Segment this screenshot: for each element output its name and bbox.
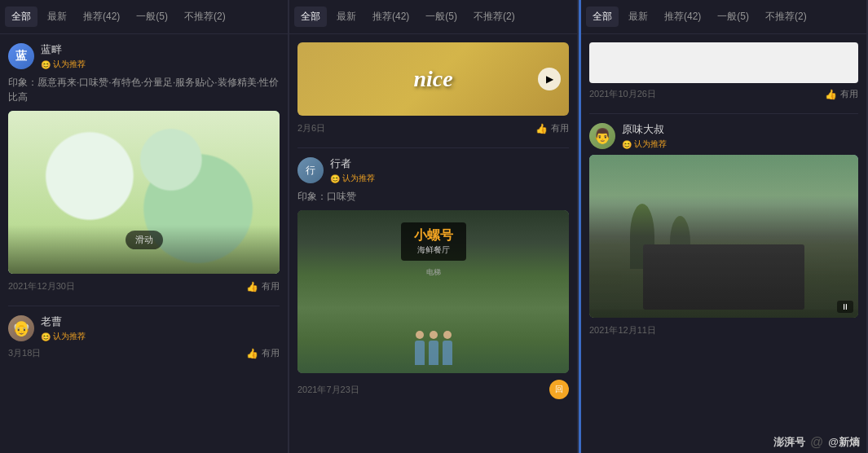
reply-btn-2-2[interactable]: 回 [549,380,569,399]
tab-all-1[interactable]: 全部 [5,7,37,27]
white-rect-img [589,42,858,83]
tab-bar-3: 全部 最新 推荐(42) 一般(5) 不推荐(2) [581,0,866,34]
panel-3: 全部 最新 推荐(42) 一般(5) 不推荐(2) 2021年10月26日 有用… [579,0,868,453]
date-helpful-row-2-2: 2021年7月23日 回 [297,380,569,399]
user-info-2-2: 行者 认为推荐 [330,156,375,184]
restaurant-facade-img: 小螺号 海鲜餐厅 电梯 [297,210,569,373]
user-info-3-2: 原味大叔 认为推荐 [622,122,667,150]
person-1 [415,341,425,365]
dashboard [589,253,858,310]
divider-2-1 [297,147,569,148]
username-1-1: 蓝畔 [41,42,86,57]
review-card-3-2: 👨 原味大叔 认为推荐 ⏸ 2021年12月11日 [589,122,858,336]
person-3 [443,341,452,365]
date-3-2: 2021年12月11日 [589,324,656,336]
car-interior-img [589,155,858,318]
tab-latest-3[interactable]: 最新 [622,7,654,27]
date-helpful-row-1-2: 3月18日 有用 [8,347,280,359]
play-button[interactable]: ▶ [538,68,561,90]
video-thumbnail[interactable]: nice ▶ [297,42,569,116]
person-2 [429,341,438,365]
panel-1: 全部 最新 推荐(42) 一般(5) 不推荐(2) 蓝 蓝畔 认为推荐 印象：愿… [0,0,289,453]
tab-recommended-2[interactable]: 推荐(42) [366,7,416,27]
helpful-btn-1-2[interactable]: 有用 [246,347,280,359]
review-card-2-1: nice ▶ 2月6日 有用 [297,42,569,134]
tab-all-2[interactable]: 全部 [294,7,327,27]
recommend-badge-1-1: 认为推荐 [41,59,86,70]
brand-right: @新熵 [828,435,860,450]
tab-latest-2[interactable]: 最新 [330,7,363,27]
tab-bar-2: 全部 最新 推荐(42) 一般(5) 不推荐(2) [289,0,577,34]
video-nice-text: nice [413,66,452,92]
brand-sep: @ [810,435,823,450]
avatar-1-2: 👴 [8,315,34,341]
review-card-2-2: 行 行者 认为推荐 印象：口味赞 小螺号 海鲜餐厅 电梯 [297,156,569,399]
recommend-badge-1-2: 认为推荐 [41,331,86,342]
review-image-2-2: 小螺号 海鲜餐厅 电梯 [297,210,569,373]
user-row-1-2: 👴 老曹 认为推荐 [8,314,280,342]
recommend-badge-2-2: 认为推荐 [330,173,375,184]
review-image-1-1: 滑动 [8,111,280,274]
avatar-3-2: 👨 [589,123,615,149]
date-1-1: 2021年12月30日 [8,280,75,292]
helpful-btn-2-1[interactable]: 有用 [535,122,569,134]
impression-2-2: 印象：口味赞 [297,189,569,204]
bottom-brand: 澎湃号 @ @新熵 [773,435,860,450]
review-card-1-2: 👴 老曹 认为推荐 3月18日 有用 [8,314,280,359]
tab-not-recommended-1[interactable]: 不推荐(2) [178,7,232,27]
rest-people [415,341,452,365]
tab-recommended-1[interactable]: 推荐(42) [77,7,126,27]
food-table-img [8,111,280,274]
tab-all-3[interactable]: 全部 [586,7,619,27]
user-row-3-2: 👨 原味大叔 认为推荐 [589,122,858,150]
tab-not-recommended-2[interactable]: 不推荐(2) [467,7,522,27]
review-card-1-1: 蓝 蓝畔 认为推荐 印象：愿意再来·口味赞·有特色·分量足·服务贴心·装修精美·… [8,42,280,292]
drag-label: 滑动 [135,234,153,246]
helpful-btn-1-1[interactable]: 有用 [246,280,280,292]
tab-bar-1: 全部 最新 推荐(42) 一般(5) 不推荐(2) [0,0,288,34]
impression-1-1: 印象：愿意再来·口味赞·有特色·分量足·服务贴心·装修精美·性价比高 [8,75,280,104]
date-helpful-row-1-1: 2021年12月30日 有用 [8,280,280,292]
divider-3-1 [589,113,858,114]
user-info-1-1: 蓝畔 认为推荐 [41,42,86,70]
tab-general-2[interactable]: 一般(5) [419,7,464,27]
restaurant-sign: 小螺号 海鲜餐厅 [401,222,466,261]
avatar-1-1: 蓝 [8,43,34,69]
tab-not-recommended-3[interactable]: 不推荐(2) [759,7,813,27]
user-info-1-2: 老曹 认为推荐 [41,314,86,342]
review-card-3-1: 2021年10月26日 有用 [589,42,858,100]
rest-name: 小螺号 [414,227,453,244]
tab-latest-1[interactable]: 最新 [41,7,73,27]
username-2-2: 行者 [330,156,375,171]
date-2-1: 2月6日 [297,122,325,134]
panel-2: 全部 最新 推荐(42) 一般(5) 不推荐(2) nice ▶ 2月6日 有用… [289,0,579,453]
date-helpful-row-2-1: 2月6日 有用 [297,122,569,134]
tab-general-1[interactable]: 一般(5) [130,7,174,27]
date-1-2: 3月18日 [8,347,41,359]
avatar-2-2: 行 [297,157,324,183]
helpful-btn-3-1[interactable]: 有用 [825,88,858,100]
scroll-area-3: 2021年10月26日 有用 👨 原味大叔 认为推荐 [581,34,866,453]
rest-sub: 海鲜餐厅 [414,244,453,256]
divider-1-1 [8,306,280,306]
user-row-2-2: 行 行者 认为推荐 [297,156,569,184]
brand-left: 澎湃号 [773,435,805,450]
rest-label: 电梯 [426,267,441,278]
date-helpful-row-3-2: 2021年12月11日 [589,324,858,336]
review-image-3-2: ⏸ [589,155,858,318]
recommend-badge-3-2: 认为推荐 [622,139,667,150]
scroll-area-1: 蓝 蓝畔 认为推荐 印象：愿意再来·口味赞·有特色·分量足·服务贴心·装修精美·… [0,34,288,453]
pause-indicator: ⏸ [837,301,853,313]
date-helpful-row-3-1: 2021年10月26日 有用 [589,88,858,100]
drag-overlay: 滑动 [126,231,163,249]
scroll-area-2: nice ▶ 2月6日 有用 行 行者 认为推荐 印象：口味赞 小螺号 [289,34,577,453]
tab-general-3[interactable]: 一般(5) [711,7,756,27]
username-3-2: 原味大叔 [622,122,667,137]
user-row-1-1: 蓝 蓝畔 认为推荐 [8,42,280,70]
date-3-1: 2021年10月26日 [589,88,656,100]
username-1-2: 老曹 [41,314,86,329]
tab-recommended-3[interactable]: 推荐(42) [658,7,707,27]
date-2-2: 2021年7月23日 [297,384,359,396]
